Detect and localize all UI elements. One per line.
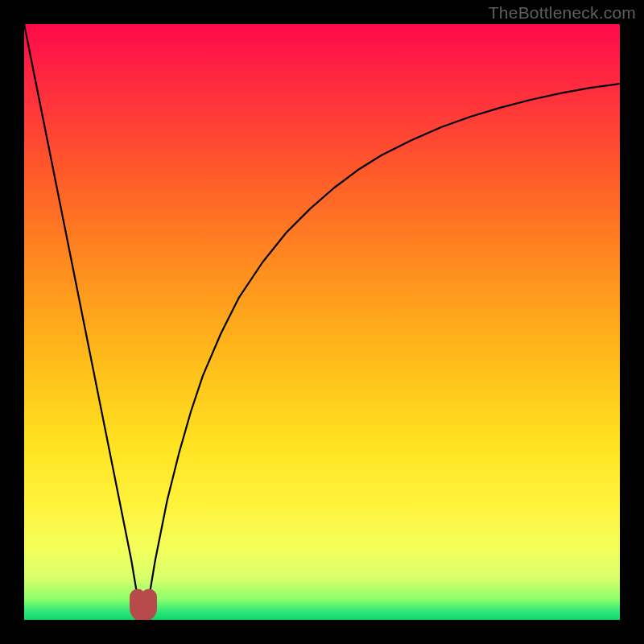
minimum-marker-icon [130,589,157,621]
gradient-background [24,24,620,620]
bottleneck-chart [24,24,620,620]
plot-area [24,24,620,620]
chart-frame: TheBottleneck.com [0,0,644,644]
watermark-text: TheBottleneck.com [489,3,636,23]
